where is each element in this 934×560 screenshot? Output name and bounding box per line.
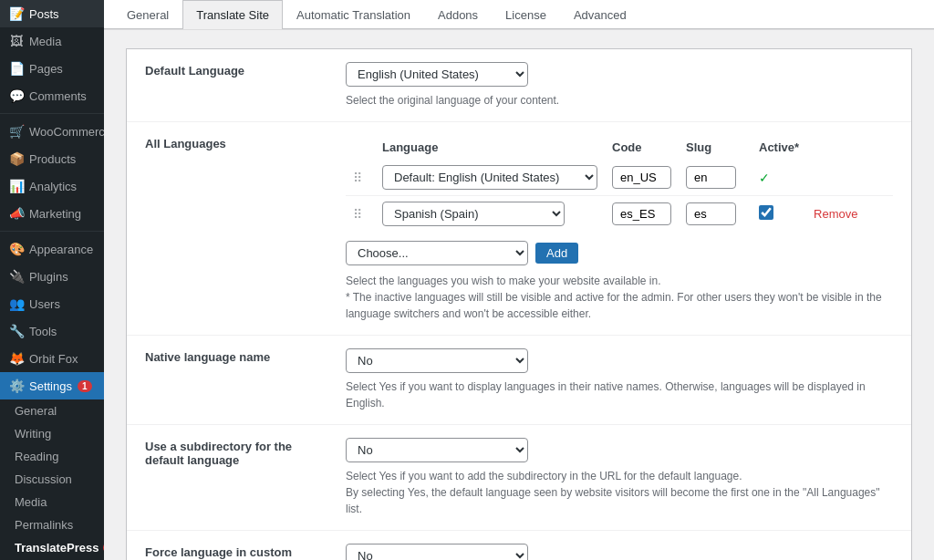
sidebar-divider-2 — [0, 231, 104, 232]
appearance-icon: 🎨 — [9, 242, 24, 256]
col-code: Code — [605, 135, 679, 160]
code-cell-2 — [605, 196, 679, 233]
products-icon: 📦 — [9, 151, 24, 166]
remove-language-button[interactable]: Remove — [814, 207, 857, 221]
sidebar-label-analytics: Analytics — [29, 180, 77, 193]
sidebar-label-plugins: Plugins — [29, 270, 68, 284]
orbit-fox-icon: 🦊 — [9, 351, 24, 366]
submenu-translatepress[interactable]: TranslatePress 1 — [0, 536, 104, 559]
force-language-select[interactable]: No Yes — [346, 544, 528, 560]
native-language-help: Select Yes if you want to display langua… — [346, 379, 893, 411]
tab-advanced[interactable]: Advanced — [560, 0, 640, 29]
submenu-permalinks[interactable]: Permalinks — [0, 513, 104, 536]
remove-cell-2: Remove — [806, 196, 893, 233]
native-language-select[interactable]: No Yes — [346, 348, 528, 373]
lang-table-header: Language Code Slug Active* — [346, 135, 893, 160]
table-row: ⠿ Default: English (United States) — [346, 160, 893, 196]
sidebar-item-marketing[interactable]: 📣 Marketing — [0, 200, 104, 227]
tools-icon: 🔧 — [9, 324, 24, 338]
media-icon: 🖼 — [9, 34, 24, 48]
sidebar-label-marketing: Marketing — [29, 207, 81, 221]
active-checkbox-2[interactable] — [759, 205, 773, 220]
drag-handle-2: ⠿ — [353, 207, 368, 222]
native-language-label: Native language name — [127, 336, 327, 425]
main-content: General Translate Site Automatic Transla… — [104, 0, 934, 560]
analytics-icon: 📊 — [9, 179, 24, 193]
sidebar-item-analytics[interactable]: 📊 Analytics — [0, 172, 104, 200]
tab-license[interactable]: License — [492, 0, 560, 29]
col-active: Active* — [752, 135, 806, 160]
choose-language-select[interactable]: Choose... — [346, 241, 528, 265]
submenu-discussion[interactable]: Discussion — [0, 468, 104, 491]
sidebar-item-pages[interactable]: 📄 Pages — [0, 55, 104, 82]
native-language-row: Native language name No Yes Select Yes i… — [127, 336, 911, 425]
pages-icon: 📄 — [9, 61, 24, 76]
sidebar-label-woocommerce: WooCommerce — [29, 125, 104, 139]
language-select-2[interactable]: Spanish (Spain) — [382, 202, 565, 226]
force-language-field: No Yes Select Yes if you want to force c… — [327, 531, 911, 561]
active-cell-2 — [752, 196, 806, 233]
slug-cell-2 — [679, 196, 752, 233]
sidebar-label-products: Products — [29, 152, 76, 166]
tab-general[interactable]: General — [113, 0, 182, 29]
sidebar-item-orbit-fox[interactable]: 🦊 Orbit Fox — [0, 345, 104, 372]
sidebar-item-comments[interactable]: 💬 Comments — [0, 82, 104, 109]
subdirectory-help: Select Yes if you want to add the subdir… — [346, 468, 893, 517]
code-cell-1 — [605, 160, 679, 196]
sidebar-item-woocommerce[interactable]: 🛒 WooCommerce — [0, 118, 104, 145]
sidebar-item-posts[interactable]: 📝 Posts — [0, 0, 104, 27]
subdirectory-label: Use a subdirectory for the default langu… — [127, 425, 327, 531]
settings-badge: 1 — [78, 380, 92, 392]
plugins-icon: 🔌 — [9, 269, 24, 284]
posts-icon: 📝 — [9, 6, 24, 21]
settings-icon: ⚙️ — [9, 379, 24, 393]
language-select-1[interactable]: Default: English (United States) — [382, 165, 597, 190]
submenu-media[interactable]: Media — [0, 491, 104, 513]
sidebar-item-media[interactable]: 🖼 Media — [0, 27, 104, 55]
sidebar-label-orbit-fox: Orbit Fox — [29, 352, 78, 366]
default-language-select[interactable]: English (United States) — [346, 62, 528, 87]
sidebar-item-plugins[interactable]: 🔌 Plugins — [0, 263, 104, 290]
all-languages-help1: Select the languages you wish to make yo… — [346, 273, 893, 322]
submenu-writing[interactable]: Writing — [0, 422, 104, 445]
marketing-icon: 📣 — [9, 206, 24, 221]
active-cell-1: ✓ — [752, 160, 806, 196]
drag-handle-1: ⠿ — [353, 171, 368, 185]
sidebar-item-appearance[interactable]: 🎨 Appearance — [0, 235, 104, 263]
native-language-field: No Yes Select Yes if you want to display… — [327, 336, 911, 425]
slug-input-1[interactable] — [686, 166, 736, 189]
submenu-reading[interactable]: Reading — [0, 445, 104, 468]
tab-addons[interactable]: Addons — [424, 0, 492, 29]
sidebar-item-users[interactable]: 👥 Users — [0, 290, 104, 317]
settings-panel: Default Language English (United States)… — [126, 48, 912, 560]
sidebar-item-tools[interactable]: 🔧 Tools — [0, 317, 104, 345]
table-row: ⠿ Spanish (Spain) — [346, 196, 893, 233]
slug-input-2[interactable] — [686, 202, 736, 225]
subdirectory-select[interactable]: No Yes — [346, 438, 528, 462]
sidebar-label-users: Users — [29, 297, 60, 311]
code-input-2[interactable] — [612, 202, 671, 225]
woocommerce-icon: 🛒 — [9, 124, 24, 139]
lang-select-cell-1: Default: English (United States) — [375, 160, 605, 196]
sidebar-label-media: Media — [29, 35, 61, 48]
sidebar-item-products[interactable]: 📦 Products — [0, 145, 104, 172]
all-languages-label: All Languages — [127, 122, 327, 336]
default-language-label: Default Language — [127, 49, 327, 122]
active-checkmark-1: ✓ — [759, 171, 770, 185]
add-language-button[interactable]: Add — [535, 243, 578, 264]
submenu-general[interactable]: General — [0, 399, 104, 422]
tab-automatic-translation[interactable]: Automatic Translation — [283, 0, 424, 29]
subdirectory-field: No Yes Select Yes if you want to add the… — [327, 425, 911, 531]
sidebar-item-settings[interactable]: ⚙️ Settings 1 — [0, 372, 104, 399]
all-languages-row: All Languages Language Code Slug Active* — [127, 122, 911, 336]
code-input-1[interactable] — [612, 166, 671, 189]
page-header: General Translate Site Automatic Transla… — [104, 0, 934, 30]
comments-icon: 💬 — [9, 88, 24, 103]
col-slug: Slug — [679, 135, 752, 160]
sidebar: 📝 Posts 🖼 Media 📄 Pages 💬 Comments 🛒 Woo… — [0, 0, 104, 560]
sidebar-label-pages: Pages — [29, 62, 63, 76]
sidebar-label-settings: Settings — [29, 379, 72, 393]
default-language-field: English (United States) Select the origi… — [327, 49, 911, 122]
tab-translate-site[interactable]: Translate Site — [182, 0, 283, 29]
force-language-row: Force language in custom links No Yes Se… — [127, 531, 911, 561]
